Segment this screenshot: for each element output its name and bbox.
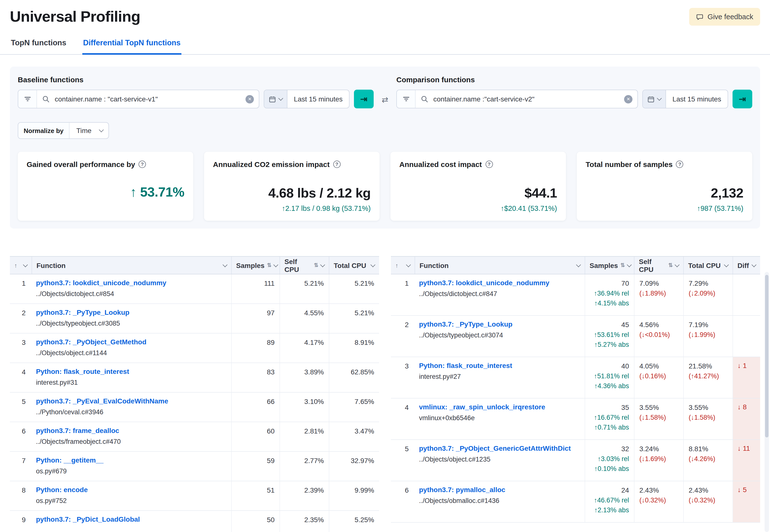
comparison-table: ↑ Function Samples⇅ Self CPU⇅ Total CPU … — [391, 256, 760, 523]
column-rank[interactable]: ↑ — [10, 257, 32, 274]
column-rank[interactable]: ↑ — [391, 257, 415, 274]
total-cpu-value: 7.65% — [329, 393, 379, 422]
total-cpu-value: 5.21% — [329, 304, 379, 333]
comparison-quick-select-button[interactable] — [643, 90, 666, 108]
normalize-by-value[interactable]: Time — [69, 123, 98, 138]
rank-diff-cell — [733, 274, 760, 315]
function-link[interactable]: python3.7: _PyEval_EvalCodeWithName — [36, 397, 227, 405]
column-samples[interactable]: Samples⇅ — [585, 257, 634, 274]
function-path: interest.py#27 — [419, 373, 581, 380]
function-link[interactable]: python3.7: _PyDict_LoadGlobal — [36, 515, 227, 523]
baseline-query-input[interactable] — [54, 95, 241, 103]
rank-diff-cell: ↓ 5 — [733, 481, 760, 522]
total-cpu-value: 62.85% — [329, 363, 379, 392]
function-link[interactable]: python3.7: pymalloc_alloc — [419, 486, 581, 494]
function-path: ../Objects/object.c#1144 — [36, 349, 227, 357]
swap-queries-button[interactable]: ⇄ — [378, 95, 392, 104]
row-function: python3.7: lookdict_unicode_nodummy../Ob… — [415, 274, 585, 315]
question-icon[interactable]: ? — [485, 161, 493, 168]
table-row: 4 Python: flask_route_interestinterest.p… — [10, 363, 379, 393]
function-link[interactable]: python3.7: _PyObject_GenericGetAttrWithD… — [419, 444, 581, 452]
table-row: 1 python3.7: lookdict_unicode_nodummy../… — [391, 274, 760, 316]
comparison-apply-button[interactable]: ⇥ — [733, 90, 752, 108]
column-self-cpu[interactable]: Self CPU⇅ — [279, 257, 329, 274]
row-function: Python: encodeos.py#752 — [32, 481, 231, 510]
function-link[interactable]: python3.7: _PyType_Lookup — [36, 308, 227, 316]
normalize-by-control[interactable]: Normalize by Time — [18, 122, 109, 139]
baseline-quick-select-button[interactable] — [264, 90, 287, 108]
column-total-cpu[interactable]: Total CPU — [683, 257, 733, 274]
samples-abs-delta: ↑4.36% abs — [585, 382, 629, 390]
column-total-cpu[interactable]: Total CPU — [329, 257, 379, 274]
row-function: python3.7: _PyType_Lookup../Objects/type… — [415, 316, 585, 357]
chevron-down-icon — [675, 262, 680, 267]
sort-icon: ⇅ — [314, 262, 318, 268]
function-link[interactable]: python3.7: _PyType_Lookup — [419, 320, 581, 328]
card-title: Annualized cost impact — [399, 160, 482, 168]
scrollbar-thumb[interactable] — [765, 275, 769, 437]
sort-icon: ⇅ — [620, 262, 625, 268]
question-icon[interactable]: ? — [676, 161, 684, 168]
self-cpu-delta: (↓1.69%) — [639, 455, 683, 463]
column-function[interactable]: Function — [415, 257, 585, 274]
comparison-filter-button[interactable] — [397, 90, 416, 108]
self-cpu-value: 2.39% — [279, 481, 329, 510]
tab-differential-topn-functions[interactable]: Differential TopN functions — [82, 33, 182, 55]
baseline-apply-button[interactable]: ⇥ — [354, 90, 374, 108]
self-cpu-value: 4.17% — [279, 333, 329, 363]
function-link[interactable]: python3.7: lookdict_unicode_nodummy — [36, 279, 227, 287]
search-icon — [421, 95, 429, 103]
self-cpu-value: 2.81% — [279, 422, 329, 451]
function-link[interactable]: python3.7: _PyObject_GetMethod — [36, 338, 227, 346]
function-link[interactable]: python3.7: frame_dealloc — [36, 427, 227, 434]
samples-rel-delta: ↑51.81% rel — [585, 372, 629, 380]
baseline-date-picker: Last 15 minutes — [264, 90, 349, 108]
function-path: ../Objects/object.c#1235 — [419, 456, 581, 463]
feedback-bubble-icon — [696, 13, 704, 20]
give-feedback-button[interactable]: Give feedback — [689, 8, 760, 26]
baseline-filter-group: Baseline functions × — [18, 74, 374, 108]
comparison-query-input[interactable] — [432, 95, 620, 103]
baseline-search-box[interactable]: × — [37, 90, 259, 108]
question-icon[interactable]: ? — [138, 161, 146, 168]
column-self-cpu[interactable]: Self CPU⇅ — [634, 257, 683, 274]
function-link[interactable]: vmlinux: _raw_spin_unlock_irqrestore — [419, 403, 581, 411]
samples-rel-delta: ↑16.67% rel — [585, 414, 629, 421]
table-row: 8 Python: encodeos.py#752 51 2.39% 9.99% — [10, 481, 379, 511]
function-link[interactable]: Python: flask_route_interest — [419, 362, 581, 369]
column-samples[interactable]: Samples⇅ — [231, 257, 279, 274]
column-function[interactable]: Function — [32, 257, 231, 274]
total-cpu-cell: 8.81%(↓4.26%) — [683, 440, 733, 481]
row-rank: 9 — [10, 511, 32, 532]
function-link[interactable]: Python: __getitem__ — [36, 456, 227, 464]
feedback-label: Give feedback — [708, 13, 753, 21]
comparison-clear-icon[interactable]: × — [624, 95, 633, 103]
comparison-time-range[interactable]: Last 15 minutes — [666, 90, 728, 108]
total-cpu-value: 5.21% — [329, 274, 379, 303]
function-link[interactable]: Python: encode — [36, 486, 227, 494]
row-function: python3.7: _PyDict_LoadGlobal — [32, 511, 231, 532]
self-cpu-value: 5.21% — [279, 274, 329, 303]
function-path: ../Objects/typeobject.c#3085 — [36, 320, 227, 327]
function-link[interactable]: Python: flask_route_interest — [36, 367, 227, 375]
table-row: 5 python3.7: _PyObject_GenericGetAttrWit… — [391, 440, 760, 481]
table-row: 2 python3.7: _PyType_Lookup../Objects/ty… — [391, 316, 760, 357]
column-diff[interactable]: Diff — [733, 257, 760, 274]
baseline-filter-button[interactable] — [18, 90, 37, 108]
function-path: ../Objects/dictobject.c#854 — [36, 290, 227, 298]
arrow-up-icon: ↑ — [130, 185, 136, 199]
function-path: ../Objects/obmalloc.c#1436 — [419, 497, 581, 504]
chevron-down-icon — [273, 262, 278, 267]
tab-topn-functions[interactable]: TopN functions — [10, 33, 67, 55]
page-header: Universal Profiling Give feedback — [0, 0, 770, 26]
function-link[interactable]: python3.7: lookdict_unicode_nodummy — [419, 279, 581, 287]
filter-icon — [402, 95, 410, 103]
question-icon[interactable]: ? — [333, 161, 340, 168]
comparison-search-box[interactable]: × — [416, 90, 637, 108]
baseline-time-range[interactable]: Last 15 minutes — [287, 90, 349, 108]
samples-cell: 40↑51.81% rel↑4.36% abs — [585, 357, 634, 398]
table-row: 1 python3.7: lookdict_unicode_nodummy../… — [10, 274, 379, 304]
samples-value: 83 — [231, 363, 279, 392]
baseline-clear-icon[interactable]: × — [245, 95, 254, 103]
self-cpu-cell: 3.24%(↓1.69%) — [634, 440, 683, 481]
